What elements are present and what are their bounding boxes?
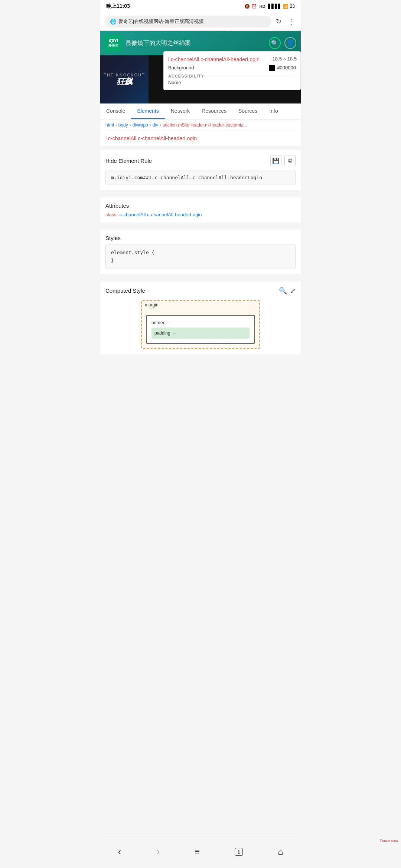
padding-label: padding [154, 331, 170, 336]
breadcrumb-sep-1: › [115, 122, 117, 128]
notification-icon: 🔕 [244, 4, 250, 9]
address-text: 爱奇艺|在线视频网站-海量正版高清视频 [118, 18, 266, 25]
tooltip-bg-label: Background [168, 65, 194, 70]
tab-info[interactable]: Info [263, 103, 284, 119]
logo-top-text: iQIYI [109, 38, 118, 43]
attribute-row: class c-channelAll c-channelAll-headerLo… [105, 212, 296, 217]
signal-icon: ▋▋▋▋ [268, 4, 281, 9]
breadcrumb-sep-2: › [130, 122, 131, 128]
breadcrumb-body[interactable]: body [118, 122, 128, 128]
styles-code[interactable]: element.style { } [105, 244, 296, 269]
attribute-value: c-channelAll c-channelAll-headerLogin [120, 212, 202, 217]
address-bar: 🌐 爱奇艺|在线视频网站-海量正版高清视频 ↻ ⋮ [100, 13, 301, 31]
tooltip-bg-row: Background #000000 [168, 65, 296, 71]
box-model: margin – border – padding – [141, 300, 260, 349]
computed-icons: 🔍 ⤢ [279, 287, 296, 295]
wifi-icon: 📶 [283, 4, 288, 9]
save-rule-button[interactable]: 💾 [270, 155, 281, 166]
tab-network[interactable]: Network [165, 103, 196, 119]
tooltip-size: 18.5 × 18.5 [273, 56, 297, 62]
element-selector-text: i.c-channelAll.c-channelAll-headerLogin [105, 135, 197, 141]
attributes-section: Attributes class c-channelAll c-channelA… [100, 197, 301, 223]
battery-icon: 23 [290, 4, 295, 9]
logo-bottom-text: 爱奇艺 [108, 43, 118, 48]
bottom-space [100, 354, 301, 391]
banner-title: 狂飙 [104, 77, 145, 86]
hide-rule-icons: 💾 ⧉ [270, 155, 296, 166]
copy-rule-button[interactable]: ⧉ [284, 155, 296, 166]
margin-label: margin [145, 302, 159, 308]
address-input[interactable]: 🌐 爱奇艺|在线视频网站-海量正版高清视频 [105, 16, 271, 27]
tab-resources[interactable]: Resources [196, 103, 232, 119]
status-icons: 🔕 ⏰ HD ▋▋▋▋ 📶 23 [244, 4, 295, 9]
tab-console[interactable]: Console [100, 103, 131, 119]
reload-button[interactable]: ↻ [274, 16, 283, 27]
styles-code-text: element.style { } [111, 249, 290, 264]
computed-search-icon[interactable]: 🔍 [279, 287, 287, 295]
iqiyi-logo: iQIYI 爱奇艺 [105, 34, 122, 52]
iqiyi-search-button[interactable]: 🔍 [269, 37, 281, 49]
hd-icon: HD [258, 4, 267, 9]
breadcrumb-html[interactable]: html [105, 122, 114, 128]
tab-elements[interactable]: Elements [131, 103, 164, 119]
hide-element-rule-section: Hide Element Rule 💾 ⧉ m.iqiyi.com##I.c-c… [100, 150, 301, 191]
status-time: 晚上11:03 [106, 3, 130, 10]
box-padding: padding – [151, 328, 250, 339]
computed-style-section: Computed Style 🔍 ⤢ margin – border – pad… [100, 282, 301, 354]
hide-rule-header: Hide Element Rule 💾 ⧉ [105, 155, 296, 166]
border-label: border [151, 320, 164, 325]
section-divider-2 [100, 191, 301, 194]
element-tooltip: i.c-channelAll.c-channelAll-headerLogin … [163, 51, 301, 90]
hide-rule-value[interactable]: m.iqiyi.com##I.c-channelAll.c-channelAll… [105, 170, 296, 185]
computed-expand-icon[interactable]: ⤢ [290, 287, 296, 295]
iqiyi-page-title: 显微镜下的大明之丝绢案 [125, 39, 265, 47]
tab-sources[interactable]: Sources [232, 103, 263, 119]
breadcrumb-div[interactable]: div [153, 122, 158, 128]
banner-image: THE KNOCKOUT 狂飙 [100, 55, 149, 103]
tooltip-bg-value: #000000 [269, 65, 296, 71]
save-icon: 💾 [272, 157, 280, 164]
attributes-title: Attributes [105, 203, 296, 209]
padding-dash: – [173, 331, 176, 336]
breadcrumb-divapp[interactable]: div#app [133, 122, 148, 128]
accessibility-label: ACCESSIBILITY [168, 74, 296, 78]
breadcrumb-sep-4: › [160, 122, 161, 128]
computed-title: Computed Style [105, 287, 145, 294]
globe-icon: 🌐 [110, 19, 116, 24]
iqiyi-header: iQIYI 爱奇艺 显微镜下的大明之丝绢案 🔍 👤 i.c-channelAll… [100, 31, 301, 55]
element-selector: i.c-channelAll.c-channelAll-headerLogin [100, 131, 301, 146]
breadcrumb-sep-3: › [150, 122, 151, 128]
tooltip-accessibility: ACCESSIBILITY Name [168, 74, 296, 85]
border-dash: – [167, 320, 170, 325]
styles-title: Styles [105, 235, 296, 241]
hide-rule-title: Hide Element Rule [105, 158, 152, 164]
computed-header: Computed Style 🔍 ⤢ [105, 287, 296, 295]
accessibility-name: Name [168, 80, 296, 85]
browser-menu-button[interactable]: ⋮ [286, 16, 296, 27]
breadcrumb-current[interactable]: section.mSiteHeader.m-header-customiz... [163, 122, 247, 128]
iqiyi-user-button[interactable]: 👤 [284, 37, 296, 49]
styles-section: Styles element.style { } [100, 230, 301, 275]
section-divider-1 [100, 146, 301, 150]
status-bar: 晚上11:03 🔕 ⏰ HD ▋▋▋▋ 📶 23 [100, 0, 301, 13]
devtools-tabs: Console Elements Network Resources Sourc… [100, 103, 301, 119]
alarm-icon: ⏰ [251, 4, 257, 9]
attribute-key: class [105, 212, 117, 217]
box-border: border – padding – [146, 315, 255, 344]
breadcrumb[interactable]: html › body › div#app › div › section.mS… [100, 119, 301, 131]
section-divider-4 [100, 275, 301, 279]
tooltip-bg-color: #000000 [277, 65, 296, 70]
copy-icon: ⧉ [288, 157, 292, 164]
color-swatch [269, 65, 275, 71]
section-divider-3 [100, 223, 301, 227]
